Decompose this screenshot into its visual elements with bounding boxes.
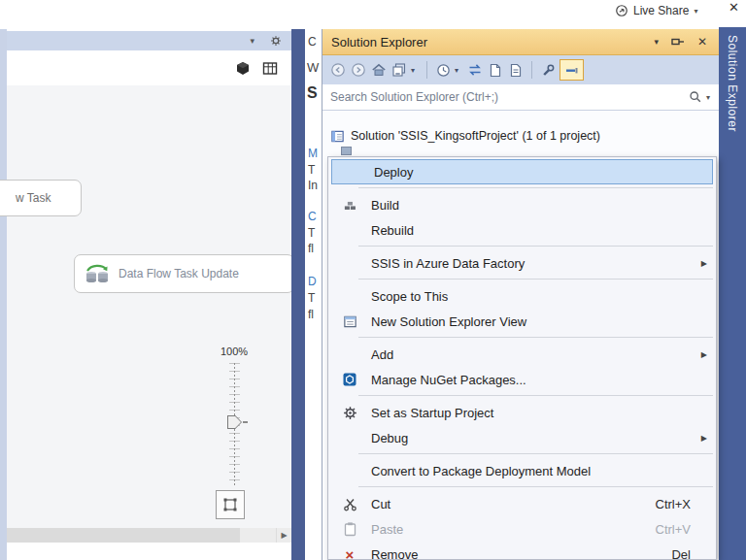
window-edge [0,29,7,560]
menu-item-manage-nuget-packages[interactable]: Manage NuGet Packages... [328,367,716,392]
scrollbar-arrow-right[interactable]: ▶ [276,528,291,543]
back-icon [330,62,346,78]
remove-x-icon: × [328,547,371,560]
submenu-arrow-icon: ▶ [701,434,707,443]
task-label: Data Flow Task Update [119,267,239,280]
sync-with-active-document-button[interactable] [466,59,484,81]
home-icon [371,62,387,78]
menu-shortcut: Ctrl+X [656,497,716,511]
autohide-tab-solution-explorer[interactable]: Solution Explorer [726,35,739,132]
menu-separator [358,395,713,396]
collapse-all-button[interactable] [390,59,408,81]
dataflow-task-box-partial[interactable]: w Task [0,180,82,216]
background-document-strip: C W S M T In C T fl D T fl [305,29,322,560]
scissors-icon [328,497,371,511]
menu-item-deploy[interactable]: Deploy [331,159,713,184]
solution-explorer-title: Solution Explorer [322,35,654,49]
dataflow-task-update-box[interactable]: Data Flow Task Update [74,254,291,293]
live-share-label: Live Share [633,4,689,17]
chevron-down-icon[interactable]: ▾ [455,66,463,75]
grid-view-icon[interactable] [262,61,278,76]
doc-fragment: C [308,35,317,49]
menu-item-debug[interactable]: Debug ▶ [328,425,716,450]
chevron-down-icon: ▾ [694,7,697,16]
window-position-chevron-icon[interactable]: ▾ [654,37,659,47]
new-view-icon [328,314,371,329]
solution-explorer-titlebar[interactable]: Solution Explorer ▾ ✕ [322,29,719,55]
menu-item-paste[interactable]: Paste Ctrl+V [328,516,716,542]
autohide-tab-strip: Solution Explorer [719,27,746,560]
doc-fragment: M [308,147,318,160]
fit-to-window-button[interactable] [216,490,245,519]
design-surface[interactable] [7,85,291,528]
scrollbar-thumb[interactable] [7,528,240,543]
menu-item-label: Rebuild [371,223,414,238]
close-icon[interactable]: ✕ [729,0,739,15]
menu-item-cut[interactable]: Cut Ctrl+X [328,491,716,516]
build-icon [328,198,371,213]
menu-item-rebuild[interactable]: Rebuild [328,217,716,243]
chevron-down-icon[interactable]: ▾ [706,93,710,102]
collapse-all-icon [391,62,407,78]
solution-icon [330,129,345,144]
forward-button[interactable] [350,59,367,81]
menu-separator [358,246,713,247]
menu-item-remove[interactable]: × Remove Del [328,542,716,560]
submenu-arrow-icon: ▶ [701,259,707,268]
menu-item-label: Add [371,347,393,362]
horizontal-scrollbar[interactable]: ▶ [7,528,291,543]
menu-item-set-as-startup-project[interactable]: Set as Startup Project [328,400,716,425]
gear-icon[interactable] [270,35,282,47]
menu-item-add[interactable]: Add ▶ [328,342,716,367]
preview-dash-icon [565,65,578,76]
fit-selection-icon [222,497,238,512]
menu-item-convert-to-package-deployment-model[interactable]: Convert to Package Deployment Model [328,458,716,483]
menu-item-new-solution-explorer-view[interactable]: New Solution Explorer View [328,309,716,334]
vs-window: Live Share ▾ ✕ ▾ w Task [0,0,746,560]
close-icon[interactable]: ✕ [697,35,707,49]
menu-item-build[interactable]: Build [328,192,716,217]
back-button[interactable] [329,59,347,81]
zoom-slider[interactable] [226,363,244,487]
menu-item-label: New Solution Explorer View [371,314,526,329]
menu-separator [358,453,713,454]
menu-item-label: SSIS in Azure Data Factory [371,256,525,271]
tree-node-solution[interactable]: Solution 'SSIS_KingsoftProject' (1 of 1 … [330,126,600,146]
project-properties-button[interactable] [539,59,557,81]
menu-item-label: Scope to This [371,289,448,304]
pending-changes-filter-button[interactable] [434,59,452,81]
search-input[interactable] [322,89,689,105]
menu-item-label: Set as Startup Project [371,406,493,420]
doc-fragment: T [308,226,315,240]
search-icon[interactable] [689,90,702,104]
zoom-slider-mark [243,421,248,423]
home-button[interactable] [370,59,388,81]
data-flow-task-icon [85,263,110,284]
show-all-files-button[interactable] [487,59,504,81]
gear-icon [328,406,371,420]
live-share-icon [615,4,628,17]
chevron-down-icon[interactable]: ▾ [250,36,254,46]
menu-shortcut: Ctrl+V [656,522,716,537]
toolbar-separator [426,61,427,79]
forward-icon [351,62,366,78]
menu-item-label: Cut [371,497,390,511]
document-icon [489,63,502,78]
menu-item-ssis-in-azure-data-factory[interactable]: SSIS in Azure Data Factory ▶ [328,250,716,276]
chevron-down-icon[interactable]: ▾ [411,66,420,75]
package-designer-pane: ▾ w Task [0,29,291,560]
doc-fragment: fl [308,242,314,255]
preview-selected-items-toggle[interactable] [560,59,584,81]
doc-fragment: T [308,291,315,305]
menu-item-scope-to-this[interactable]: Scope to This [328,283,716,309]
window-titlebar: Live Share ▾ ✕ [0,0,746,29]
live-share-button[interactable]: Live Share ▾ [615,1,697,20]
package-cube-icon[interactable] [235,61,251,76]
auto-hide-pin-icon[interactable] [671,36,685,48]
menu-separator [358,279,713,280]
menu-item-label: Convert to Package Deployment Model [371,464,591,478]
solution-explorer-toolbar: ▾ ▾ [322,55,719,84]
properties-button[interactable] [507,59,525,81]
task-label: w Task [16,191,51,205]
zoom-level-label: 100% [216,346,253,357]
